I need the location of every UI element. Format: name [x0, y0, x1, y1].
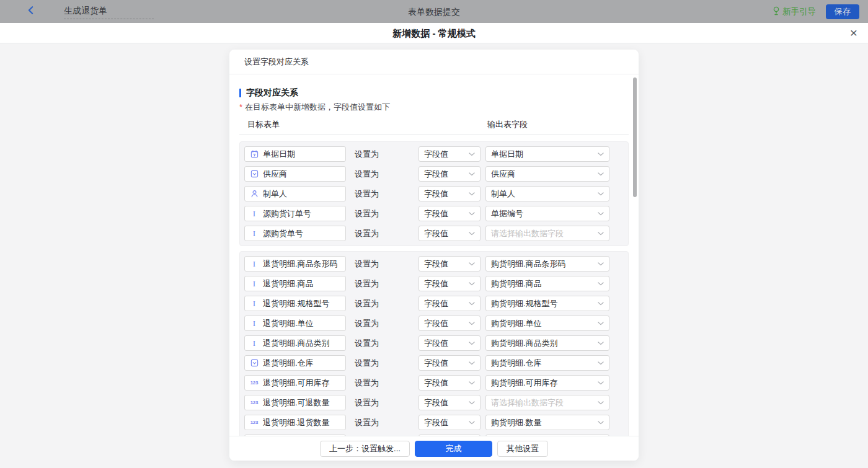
output-field-select[interactable]: 购货明细.单位: [485, 316, 609, 331]
value-type-select[interactable]: 字段值: [418, 415, 480, 430]
topbar-actions: 新手引导 保存: [773, 0, 859, 23]
output-field-select[interactable]: 购货明细.商品: [485, 276, 609, 291]
value-type-select[interactable]: 字段值: [418, 186, 480, 201]
text-icon: I: [250, 280, 259, 288]
mapping-row: I退货明细.商品类别设置为字段值购货明细.商品类别: [244, 335, 624, 351]
value-type-select[interactable]: 字段值: [418, 316, 480, 331]
modal-title: 新增数据 - 常规模式: [0, 28, 868, 40]
target-field-label: 供应商: [263, 169, 287, 180]
chevron-down-icon: [469, 401, 475, 405]
user-icon: [250, 190, 259, 198]
column-header-output: 输出表字段: [487, 119, 528, 130]
chevron-down-icon: [469, 152, 475, 156]
text-icon: I: [250, 260, 259, 268]
topbar-title: 表单数据提交: [0, 7, 868, 18]
mapping-row: 退货明细.仓库设置为字段值购货明细.仓库: [244, 355, 624, 371]
chevron-down-icon: [469, 342, 475, 345]
value-type-select[interactable]: 字段值: [418, 395, 480, 410]
output-field-value: 购货明细.规格型号: [491, 298, 558, 309]
value-type-select[interactable]: 字段值: [418, 375, 480, 391]
set-as-label: 设置为: [355, 228, 381, 239]
target-field-box: 123退货明细.可用库存: [244, 375, 346, 391]
value-type-label: 字段值: [424, 169, 448, 180]
chevron-down-icon: [469, 302, 475, 306]
set-as-label: 设置为: [355, 278, 381, 289]
target-field-label: 退货明细.仓库: [263, 358, 314, 369]
column-header-target: 目标表单: [247, 119, 487, 130]
other-settings-button[interactable]: 其他设置: [497, 441, 548, 457]
output-field-select[interactable]: 请选择输出数据字段: [485, 395, 609, 410]
chevron-down-icon: [598, 381, 604, 385]
done-button[interactable]: 完成: [415, 441, 492, 457]
value-type-select[interactable]: 字段值: [418, 335, 480, 351]
target-field-box: 单据日期: [244, 146, 346, 162]
save-button[interactable]: 保存: [826, 4, 859, 19]
required-asterisk: *: [239, 102, 242, 112]
chevron-down-icon: [598, 262, 604, 266]
target-field-label: 退货明细.商品类别: [263, 338, 330, 349]
number-icon: 123: [250, 400, 259, 405]
chevron-down-icon: [469, 282, 475, 286]
output-field-select[interactable]: 单据编号: [485, 206, 609, 221]
chevron-down-icon: [469, 172, 475, 176]
value-type-label: 字段值: [424, 258, 448, 270]
beginner-guide-link[interactable]: 新手引导: [773, 6, 816, 17]
chevron-down-icon: [469, 232, 475, 236]
target-field-label: 单据日期: [263, 149, 295, 160]
value-type-select[interactable]: 字段值: [418, 226, 480, 241]
value-type-select[interactable]: 字段值: [418, 166, 480, 182]
target-field-label: 源购货单号: [263, 228, 303, 239]
value-type-select[interactable]: 字段值: [418, 146, 480, 162]
value-type-label: 字段值: [424, 397, 448, 408]
value-type-select[interactable]: 字段值: [418, 206, 480, 221]
prev-step-button[interactable]: 上一步：设置触发...: [320, 441, 410, 457]
field-mapping-card: 设置字段对应关系 字段对应关系 *在目标表单中新增数据，字段值设置如下 目标表单…: [229, 50, 639, 461]
output-field-select[interactable]: 单据日期: [485, 146, 609, 162]
scrollbar-thumb[interactable]: [633, 77, 637, 197]
value-type-select[interactable]: 字段值: [418, 296, 480, 311]
target-field-label: 退货明细.可退数量: [263, 397, 330, 408]
field-groups: 单据日期设置为字段值单据日期供应商设置为字段值供应商制单人设置为字段值制单人I源…: [239, 141, 629, 436]
output-field-select[interactable]: 购货明细.规格型号: [485, 296, 609, 311]
output-field-value: 购货明细.可用库存: [491, 377, 558, 389]
mapping-row: I退货明细.规格型号设置为字段值购货明细.规格型号: [244, 296, 624, 311]
output-field-select[interactable]: 购货明细.仓库: [485, 355, 609, 371]
text-icon: I: [250, 229, 259, 237]
output-field-select[interactable]: 购货明细.数量: [485, 415, 609, 430]
value-type-select[interactable]: 字段值: [418, 256, 480, 272]
output-field-select[interactable]: 购货明细.商品类别: [485, 335, 609, 351]
target-field-label: 退货明细.规格型号: [263, 298, 330, 309]
output-field-value: 购货明细.单位: [491, 318, 542, 329]
card-header: 设置字段对应关系: [229, 50, 639, 74]
output-field-value: 购货明细.商品类别: [491, 338, 558, 349]
set-as-label: 设置为: [355, 149, 381, 160]
output-field-select[interactable]: 购货明细.商品条形码: [485, 256, 609, 272]
set-as-label: 设置为: [355, 318, 381, 329]
mapping-row: 制单人设置为字段值制单人: [244, 186, 624, 201]
set-as-label: 设置为: [355, 258, 381, 270]
close-icon[interactable]: ×: [850, 25, 857, 41]
value-type-select[interactable]: 字段值: [418, 355, 480, 371]
value-type-label: 字段值: [424, 149, 448, 160]
target-field-box: I退货明细.商品: [244, 276, 346, 291]
field-group: 单据日期设置为字段值单据日期供应商设置为字段值供应商制单人设置为字段值制单人I源…: [239, 141, 629, 246]
chevron-down-icon: [469, 192, 475, 196]
target-field-label: 退货明细.可用库存: [263, 377, 330, 389]
set-as-label: 设置为: [355, 298, 381, 309]
lightbulb-icon: [773, 6, 780, 17]
chevron-down-icon: [598, 232, 604, 236]
chevron-down-icon: [469, 262, 475, 266]
output-field-value: 购货明细.数量: [491, 417, 542, 428]
beginner-guide-label: 新手引导: [782, 6, 816, 17]
set-as-label: 设置为: [355, 397, 381, 408]
target-field-label: 退货明细.商品条形码: [263, 258, 338, 270]
text-icon: I: [250, 210, 259, 218]
chevron-down-icon: [598, 302, 604, 306]
output-field-select[interactable]: 制单人: [485, 186, 609, 201]
output-field-select[interactable]: 请选择输出数据字段: [485, 226, 609, 241]
value-type-label: 字段值: [424, 208, 448, 219]
chevron-down-icon: [469, 381, 475, 385]
output-field-select[interactable]: 购货明细.可用库存: [485, 375, 609, 391]
output-field-select[interactable]: 供应商: [485, 166, 609, 182]
value-type-select[interactable]: 字段值: [418, 276, 480, 291]
